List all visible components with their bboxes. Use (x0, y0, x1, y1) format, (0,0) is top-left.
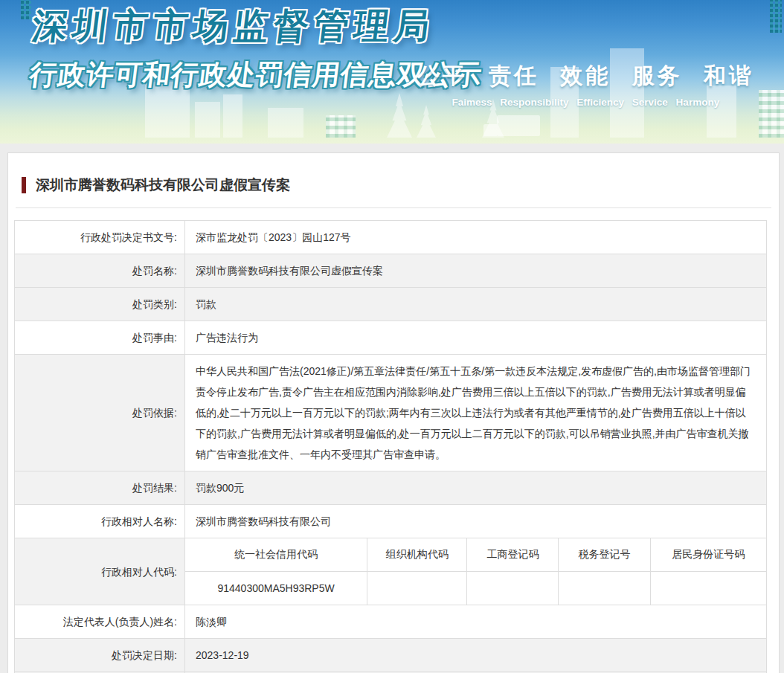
row-label: 行政相对人代码: (15, 538, 185, 605)
table-row: 处罚结果:罚款900元 (15, 471, 767, 505)
codes-value (467, 572, 559, 605)
content-panel: 深圳市腾誉数码科技有限公司虚假宣传案 行政处罚决定书文号:深市监龙处罚〔2023… (7, 152, 780, 673)
row-label: 处罚类别: (15, 288, 185, 321)
row-label: 行政处罚决定书文号: (15, 221, 185, 254)
row-label: 处罚决定日期: (15, 639, 185, 672)
skyline-window-building (759, 90, 784, 138)
row-value: 深圳市腾誉数码科技有限公司 (185, 505, 767, 538)
banner-subtitle: 行政许可和行政处罚信用信息双公示 (28, 57, 484, 94)
row-label: 处罚结果: (15, 471, 185, 505)
codes-value-row: 91440300MA5H93RP5W (185, 572, 766, 605)
codes-column-header: 组织机构代码 (367, 538, 467, 572)
table-row: 处罚类别:罚款 (15, 288, 767, 321)
table-row: 行政相对人名称:深圳市腾誉数码科技有限公司 (15, 505, 767, 538)
row-value: 罚款900元 (185, 471, 767, 505)
row-label: 行政相对人名称: (15, 505, 185, 538)
party-codes-table: 统一社会信用代码组织机构代码工商登记码税务登记号居民身份证号码91440300M… (185, 538, 766, 605)
codes-column-header: 统一社会信用代码 (185, 538, 367, 572)
row-value: 2023-12-19 (185, 639, 767, 672)
skyline-building (268, 108, 303, 138)
codes-value: 91440300MA5H93RP5W (185, 572, 367, 605)
row-value: 广告违法行为 (185, 321, 767, 355)
row-label: 处罚依据: (15, 355, 185, 471)
penalty-info-table: 行政处罚决定书文号:深市监龙处罚〔2023〕园山127号处罚名称:深圳市腾誉数码… (14, 220, 767, 673)
row-value: 中华人民共和国广告法(2021修正)/第五章法律责任/第五十五条/第一款违反本法… (185, 355, 767, 471)
org-title: 深圳市市场监督管理局 (30, 3, 437, 50)
codes-cell: 统一社会信用代码组织机构代码工商登记码税务登记号居民身份证号码91440300M… (185, 538, 767, 605)
table-row: 处罚事由:广告违法行为 (15, 321, 767, 355)
skyline-window-building (326, 115, 356, 138)
codes-value (367, 572, 467, 605)
row-value: 深市监龙处罚〔2023〕园山127号 (185, 221, 767, 254)
row-label: 法定代表人(负责人)姓名: (15, 605, 185, 639)
row-value: 罚款 (185, 288, 767, 321)
skyline-building (195, 102, 220, 138)
codes-column-header: 税务登记号 (559, 538, 650, 572)
codes-value (559, 572, 650, 605)
row-value: 陈淡卿 (185, 605, 767, 639)
skyline-building (223, 94, 242, 138)
codes-header-row: 统一社会信用代码组织机构代码工商登记码税务登记号居民身份证号码 (185, 538, 766, 572)
pixel-building-decoration-left (21, 0, 31, 19)
site-banner: 深圳市市场监督管理局 行政许可和行政处罚信用信息双公示 公平 责任 效能 服务 … (0, 0, 784, 144)
row-label: 处罚名称: (15, 254, 185, 288)
codes-column-header: 居民身份证号码 (650, 538, 766, 572)
case-title: 深圳市腾誉数码科技有限公司虚假宣传案 (36, 176, 290, 195)
row-label: 处罚事由: (15, 321, 185, 355)
skyline-tree (417, 105, 436, 138)
skyline-truck (497, 115, 540, 136)
title-marker-bar (22, 177, 26, 193)
table-row: 处罚依据:中华人民共和国广告法(2021修正)/第五章法律责任/第五十五条/第一… (15, 355, 767, 471)
table-row: 行政相对人代码:统一社会信用代码组织机构代码工商登记码税务登记号居民身份证号码9… (15, 538, 767, 605)
case-title-row: 深圳市腾誉数码科技有限公司虚假宣传案 (8, 153, 779, 195)
table-row: 处罚决定日期:2023-12-19 (15, 639, 767, 672)
row-value: 深圳市腾誉数码科技有限公司虚假宣传案 (185, 254, 767, 288)
codes-column-header: 工商登记码 (467, 538, 559, 572)
table-row: 法定代表人(负责人)姓名:陈淡卿 (15, 605, 767, 639)
table-row: 处罚名称:深圳市腾誉数码科技有限公司虚假宣传案 (15, 254, 767, 288)
pixel-building-decoration-right (770, 0, 782, 33)
slogan-chinese: 公平 责任 效能 服务 和谐 (417, 61, 754, 91)
skyline-tree (387, 93, 412, 138)
table-row: 行政处罚决定书文号:深市监龙处罚〔2023〕园山127号 (15, 221, 767, 254)
banner-slogan: 公平 责任 效能 服务 和谐 Faimess Responsibility Ef… (417, 61, 754, 108)
slogan-english: Faimess Responsibility Efficiency Servic… (417, 97, 754, 108)
title-divider (16, 207, 771, 208)
codes-value (650, 572, 766, 605)
